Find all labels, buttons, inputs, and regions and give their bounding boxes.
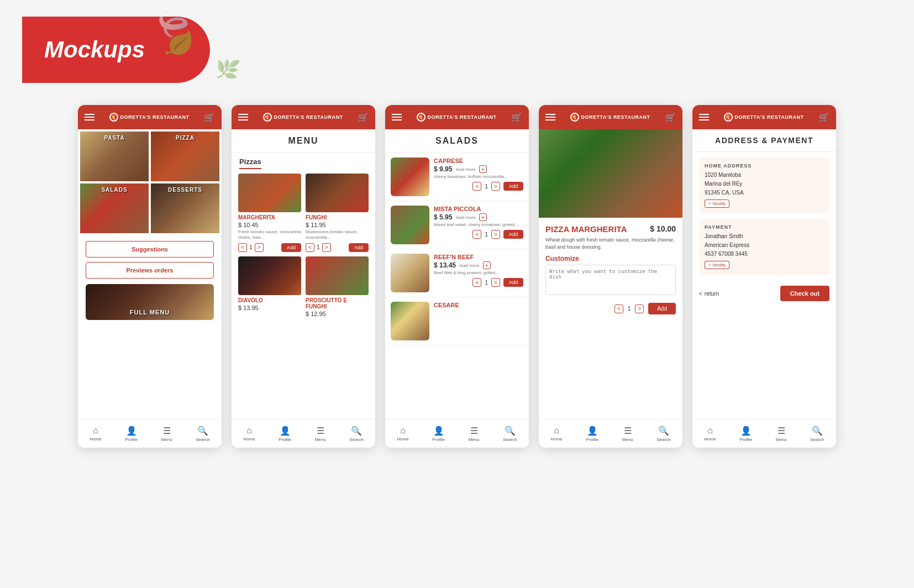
previews-orders-button[interactable]: Previews orders [86,262,214,279]
checkout-button[interactable]: Check out [780,286,829,301]
nav-search-3[interactable]: 🔍 Search [503,426,517,442]
read-more-2: read more [455,215,475,220]
food-cell-pasta[interactable]: PASTA [80,132,149,181]
profile-icon-5: 👤 [740,426,752,436]
hamburger-icon-4[interactable] [545,114,555,120]
nav-home-1[interactable]: ⌂ Home [90,426,101,442]
full-menu-label: FULL MENU [86,309,214,316]
nav-profile-3[interactable]: 👤 Profile [432,426,445,442]
pizza-img-1 [238,174,301,212]
hamburger-icon-5[interactable] [699,114,709,120]
salad-price-3: $ 13.45 [434,261,456,269]
qty-plus-2[interactable]: > [322,243,331,252]
nav-profile-1[interactable]: 👤 Profile [125,426,138,442]
phone-nav-3: ⌂ Home 👤 Profile ☰ Menu 🔍 Search [385,419,529,448]
hamburger-icon-2[interactable] [238,114,248,120]
pizza-card-4: PROSCIUTTO E FUNGHI $ 12.95 [306,256,369,318]
salad-desc-1: cherry tomatoes, buffalo mozzarella... [434,174,523,180]
customize-add-button[interactable]: Add [648,303,676,314]
qty-minus-2[interactable]: < [306,243,314,252]
nav-home-5[interactable]: ⌂ Home [704,426,716,442]
customize-qty-minus[interactable]: < [614,305,623,313]
nav-menu-2[interactable]: ☰ Menu [315,426,326,442]
home-address-label: HOME ADDRESS [705,163,824,169]
nav-search-1[interactable]: 🔍 Search [196,426,209,442]
food-cell-pizza[interactable]: PIZZA [151,132,219,181]
salad-qty-minus-3[interactable]: < [472,278,481,287]
salad-name-1: CAPRESE [434,158,523,164]
customize-input[interactable] [545,265,676,295]
cart-icon-1[interactable]: 🛒 [204,112,215,123]
payment-footer: < return Check out [692,280,836,307]
salad-img-4 [391,302,429,340]
salad-name-2: MISTA PICCOLA [434,206,523,212]
salad-qty-minus-2[interactable]: < [472,230,481,239]
nav-profile-5[interactable]: 👤 Profile [739,426,752,442]
leaf-decoration-small: 🌿 [214,56,241,82]
nav-home-2[interactable]: ⌂ Home [243,426,255,442]
return-arrow-icon: < [699,291,702,297]
profile-icon: 👤 [126,426,137,436]
salad-qty-minus-1[interactable]: < [472,182,481,191]
qty-plus-1[interactable]: > [255,243,264,252]
salad-info-3: REEF'N BEEF $ 13.45 read more + Beef fil… [434,254,523,292]
hero-pizza-img [539,129,682,218]
modify-icon: + [708,201,711,206]
customize-qty-plus[interactable]: > [635,305,644,313]
salad-qty-1: 1 [485,183,488,190]
nav-profile-4[interactable]: 👤 Profile [586,426,598,442]
nav-menu-4[interactable]: ☰ Menu [622,426,633,442]
pizza-label: PIZZA [151,135,219,141]
home-icon-3: ⌂ [400,426,406,435]
full-menu-section[interactable]: FULL MENU [86,284,214,320]
customize-content: PIZZA MARGHERITA $ 10.00 Wheat dough wit… [539,129,682,419]
food-cell-desserts[interactable]: DESSERTS [151,183,219,233]
search-icon-2: 🔍 [351,426,362,436]
read-more-btn-3[interactable]: + [483,261,491,269]
salad-qty-row-3: < 1 > Add [434,278,523,287]
nav-home-4[interactable]: ⌂ Home [550,426,562,442]
nav-home-3[interactable]: ⌂ Home [397,426,408,442]
home-content: PASTA PIZZA SALADS DESSERTS Suggestions … [78,129,222,419]
salad-qty-plus-3[interactable]: > [491,278,500,287]
cart-icon-5[interactable]: 🛒 [818,112,829,123]
pizza-name-2: FUNGHI [306,214,369,221]
return-button[interactable]: < return [699,291,719,297]
nav-search-5[interactable]: 🔍 Search [810,426,824,442]
add-button-2[interactable]: Add [349,243,369,252]
suggestions-button[interactable]: Suggestions [86,241,214,258]
add-button-1[interactable]: Add [281,243,301,252]
phone-header-4: 🍕 DORETTA'S RESTAURANT 🛒 [539,105,682,129]
pizza-desc-1: Fresh tomato sauce, mozzarella chees, ba… [238,229,301,241]
hamburger-icon-3[interactable] [392,114,402,120]
nav-menu-5[interactable]: ☰ Menu [776,426,787,442]
nav-menu-3[interactable]: ☰ Menu [469,426,480,442]
nav-search-2[interactable]: 🔍 Search [349,426,363,442]
salad-qty-plus-1[interactable]: > [491,182,500,191]
food-cell-salads[interactable]: SALADS [80,183,149,233]
salad-add-btn-1[interactable]: Add [503,182,523,191]
payment-modify-button[interactable]: + Modify [705,261,729,269]
salad-qty-plus-2[interactable]: > [491,230,500,239]
read-more-btn-1[interactable]: + [479,165,487,173]
nav-profile-2[interactable]: 👤 Profile [279,426,291,442]
hamburger-icon[interactable] [85,114,94,120]
salad-qty-3: 1 [485,280,488,286]
nav-menu-1[interactable]: ☰ Menu [161,426,172,442]
profile-icon-2: 👤 [280,426,291,436]
logo-4: 🍕 DORETTA'S RESTAURANT [570,113,650,122]
salad-add-btn-2[interactable]: Add [503,230,523,239]
read-more-btn-2[interactable]: + [479,213,487,221]
cart-icon-4[interactable]: 🛒 [665,112,676,123]
desserts-label: DESSERTS [151,187,219,193]
cart-icon-3[interactable]: 🛒 [511,112,522,123]
read-more-1: read more [455,167,475,172]
address-modify-button[interactable]: + Modify [705,200,729,208]
salad-add-btn-3[interactable]: Add [503,278,523,287]
qty-minus-1[interactable]: < [238,243,247,252]
cart-icon-2[interactable]: 🛒 [358,112,369,123]
nav-search-4[interactable]: 🔍 Search [656,426,670,442]
pizza-img-4 [306,256,369,295]
screen-menu: 🍕 DORETTA'S RESTAURANT 🛒 MENU Pizzas MAR… [232,105,375,448]
phone-nav-1: ⌂ Home 👤 Profile ☰ Menu 🔍 Search [78,419,222,448]
